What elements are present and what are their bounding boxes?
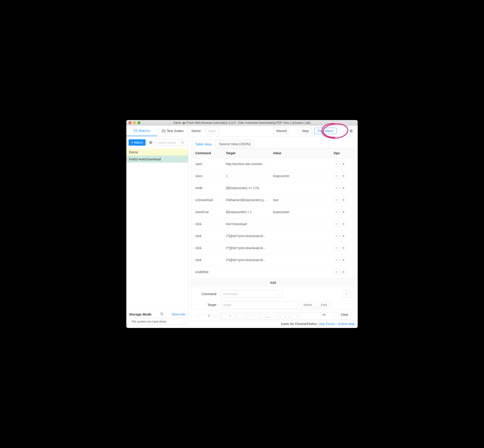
row-add-button[interactable]: + — [341, 197, 346, 203]
log-tab-csv[interactable]: CSV — [257, 314, 275, 317]
target-select-button[interactable]: Select — [300, 302, 316, 308]
row-remove-button[interactable]: − — [334, 233, 340, 239]
storage-refresh-button[interactable] — [160, 312, 164, 316]
table-row[interactable]: click//*[@id="print-download-di…−+ — [192, 254, 354, 266]
cell-command: click — [195, 222, 226, 226]
command-table: Command Target Value Ops openhttp://arch… — [192, 148, 354, 310]
log-tab-screenshots[interactable]: Screenshots — [231, 314, 255, 317]
main-panel: Demo Save Record Stop Play Macro ⌄ Table… — [188, 126, 358, 328]
row-remove-button[interactable]: − — [334, 197, 340, 203]
footer: Kantu for Chrome/Firefox: User Forum - O… — [188, 320, 358, 328]
storage-more-info-link[interactable]: More Info — [172, 312, 185, 316]
table-row[interactable]: store1loopcounter−+ — [192, 170, 354, 182]
storage-mode-panel: Storage Mode More Info File system (on h… — [126, 310, 188, 328]
sidebar-settings-button[interactable] — [147, 139, 154, 146]
row-remove-button[interactable]: − — [334, 161, 340, 167]
svg-point-6 — [284, 317, 287, 318]
svg-point-3 — [164, 131, 165, 132]
table-row[interactable]: openhttp://archive-site.com/wit…−+ — [192, 158, 354, 170]
cell-command: store — [195, 174, 226, 178]
main-toolbar: Demo Save Record Stop Play Macro ⌄ — [188, 126, 358, 136]
macro-search-field[interactable] — [156, 139, 186, 146]
command-select[interactable]: command ⌄ — [221, 290, 283, 298]
sidebar-tab-macros[interactable]: Macros — [126, 126, 157, 136]
chevron-down-icon: ⌄ — [332, 313, 334, 316]
row-remove-button[interactable]: − — [334, 185, 340, 191]
cell-value: loopcounter — [273, 210, 334, 214]
comment-toggle-button[interactable]: // — [343, 290, 351, 298]
cell-command: click — [195, 258, 226, 262]
storage-mode-select[interactable]: File system (on hard drive) ⌄ — [129, 318, 185, 325]
save-button[interactable]: Save — [205, 128, 219, 134]
cell-command: open — [195, 162, 226, 166]
row-add-button[interactable]: + — [341, 269, 346, 275]
target-input-wrap[interactable] — [221, 301, 298, 308]
log-filter-select[interactable]: All ⌄ — [320, 312, 336, 317]
header-target: Target — [226, 151, 273, 155]
row-remove-button[interactable]: − — [334, 269, 340, 275]
play-macro-button[interactable]: Play Macro — [314, 128, 337, 134]
row-add-button[interactable]: + — [341, 245, 346, 251]
search-icon — [181, 141, 184, 144]
log-tab-visual[interactable]: Visual — [276, 314, 300, 317]
window-maximize-button[interactable] — [138, 121, 140, 124]
macro-item-fold3[interactable]: Fold3-AutoDownload — [126, 156, 188, 163]
gear-icon — [149, 141, 152, 144]
header-value: Value — [273, 151, 334, 155]
stop-button[interactable]: Stop — [299, 128, 312, 134]
window-close-button[interactable] — [129, 121, 131, 124]
target-input[interactable] — [223, 303, 295, 307]
table-row[interactable]: while(${loopcounter} <= 175)−+ — [192, 182, 354, 194]
gear-icon — [350, 129, 353, 133]
target-field-label: Target : — [195, 303, 221, 307]
row-add-button[interactable]: + — [341, 161, 346, 167]
svg-point-1 — [136, 131, 137, 131]
sidebar-tab-testsuites-label: Test Suites — [167, 129, 183, 133]
table-row[interactable]: endWhile−+ — [192, 266, 354, 278]
add-command-button[interactable]: Add — [192, 278, 354, 287]
row-remove-button[interactable]: − — [334, 209, 340, 215]
svg-point-4 — [181, 141, 183, 143]
row-remove-button[interactable]: − — [334, 173, 340, 179]
row-add-button[interactable]: + — [341, 257, 346, 263]
play-options-dropdown[interactable]: ⌄ — [339, 128, 345, 134]
row-add-button[interactable]: + — [341, 173, 346, 179]
row-add-button[interactable]: + — [341, 221, 346, 227]
footer-forum-link[interactable]: User Forum — [318, 322, 335, 326]
macro-search-input[interactable] — [158, 141, 181, 144]
row-remove-button[interactable]: − — [334, 257, 340, 263]
tab-table-view[interactable]: Table View — [192, 140, 216, 148]
table-row[interactable]: clicklink=Download−+ — [192, 218, 354, 230]
row-remove-button[interactable]: − — [334, 221, 340, 227]
cell-target: ${loopcounter} + 1 — [226, 210, 273, 214]
log-clear-button[interactable]: Clear — [338, 312, 351, 317]
record-button[interactable]: Record — [273, 128, 290, 134]
table-row[interactable]: click//*[@id="print-download-di…−+ — [192, 230, 354, 242]
toolbar-settings-button[interactable] — [348, 128, 354, 134]
command-field-label: Command : — [195, 292, 221, 296]
row-remove-button[interactable]: − — [334, 245, 340, 251]
cell-command: storeEval — [195, 210, 226, 214]
current-macro-name: Demo — [192, 129, 201, 133]
footer-sep: - — [335, 322, 338, 326]
log-tab-variables[interactable]: Variables — [210, 314, 229, 317]
row-add-button[interactable]: + — [341, 233, 346, 239]
window-minimize-button[interactable] — [133, 121, 136, 124]
table-row[interactable]: click//*[@id="print-download-di…−+ — [192, 242, 354, 254]
tab-source-view[interactable]: Source View (JSON) — [215, 140, 254, 148]
log-tab-logs[interactable]: Logs — [195, 314, 208, 317]
row-add-button[interactable]: + — [341, 209, 346, 215]
footer-help-link[interactable]: Online Help — [338, 322, 354, 326]
cell-value: loopcounter — [273, 174, 334, 178]
table-row[interactable]: onDownloadFileName-${loopcounter}.p…true… — [192, 194, 354, 206]
cell-target: (${loopcounter} <= 175) — [226, 186, 273, 190]
log-tabs-row: Logs Variables Screenshots CSV Visual — [192, 312, 354, 317]
sidebar-tab-testsuites[interactable]: Test Suites — [157, 126, 188, 136]
window-title: Kantu 🍲 Fresh Web Browser Automation 4.2… — [126, 121, 358, 124]
row-add-button[interactable]: + — [341, 185, 346, 191]
command-select-placeholder: command — [223, 292, 237, 296]
macro-item-demo[interactable]: Demo — [126, 149, 188, 156]
add-macro-button[interactable]: + Macro — [129, 139, 146, 146]
table-row[interactable]: storeEval${loopcounter} + 1loopcounter−+ — [192, 206, 354, 218]
target-find-button[interactable]: Find — [317, 302, 330, 308]
